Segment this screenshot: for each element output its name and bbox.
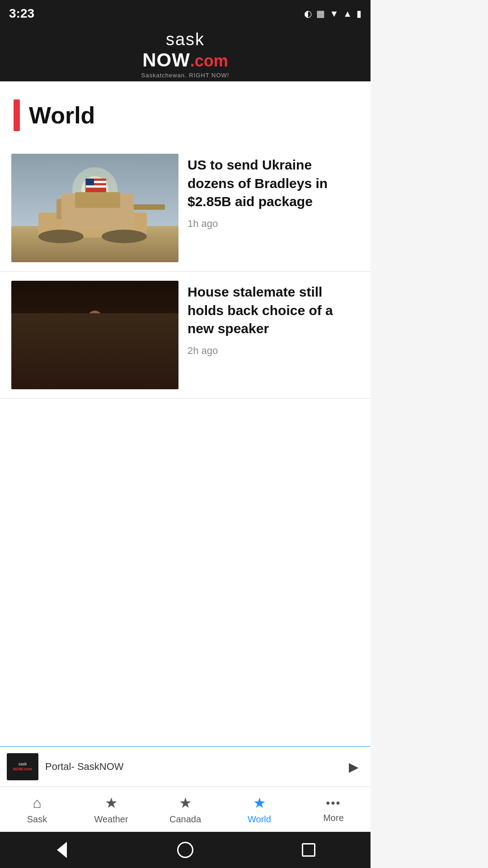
battery-icon: ▮ [357, 8, 361, 19]
svg-rect-26 [90, 336, 99, 352]
svg-point-32 [59, 312, 72, 329]
nav-item-sask[interactable]: ⌂ Sask [0, 787, 74, 832]
svg-point-19 [48, 338, 65, 358]
bottom-navigation: ⌂ Sask ★ Weather ★ Canada ★ World ••• Mo… [0, 787, 371, 832]
svg-rect-13 [86, 179, 94, 185]
svg-rect-15 [11, 281, 178, 389]
status-icons: ◐ ▦ ▼ ▲ ▮ [304, 8, 361, 19]
media-player: saskNOW.com Portal- SaskNOW ▶ [0, 746, 371, 787]
more-dots-icon: ••• [326, 796, 341, 810]
svg-rect-12 [86, 185, 106, 188]
nav-item-world[interactable]: ★ World [222, 787, 296, 832]
article-item[interactable]: House stalemate still holds back choice … [0, 272, 371, 399]
svg-point-34 [145, 313, 158, 330]
nav-item-more[interactable]: ••• More [296, 787, 371, 832]
logo-now: NOW [142, 49, 190, 71]
home-circle-icon [177, 842, 193, 858]
svg-point-21 [107, 337, 123, 357]
home-button[interactable] [174, 839, 197, 861]
svg-point-14 [80, 194, 87, 201]
status-time: 3:23 [9, 6, 34, 21]
svg-rect-16 [20, 353, 169, 362]
world-star-icon: ★ [253, 794, 266, 811]
section-title: World [29, 102, 95, 129]
logo-sask: sask [166, 30, 205, 49]
nav-label-sask: Sask [27, 814, 47, 825]
android-nav-bar [0, 832, 371, 868]
section-header: World [0, 81, 371, 145]
svg-point-18 [26, 336, 42, 356]
svg-point-24 [85, 318, 105, 343]
status-bar: 3:23 ◐ ▦ ▼ ▲ ▮ [0, 0, 371, 27]
wifi-icon: ▼ [329, 9, 338, 19]
article-image-1 [11, 154, 178, 262]
media-logo: saskNOW.com [7, 753, 38, 780]
svg-point-31 [39, 311, 52, 327]
svg-point-22 [130, 336, 146, 356]
media-play-button[interactable]: ▶ [343, 757, 364, 777]
article-time-1: 1h ago [188, 218, 359, 230]
article-content-1: US to send Ukraine dozens of Bradleys in… [188, 154, 359, 230]
svg-rect-17 [29, 344, 160, 352]
signal-icon: ▲ [343, 9, 352, 19]
article-title-2: House stalemate still holds back choice … [188, 283, 359, 338]
svg-point-8 [102, 230, 147, 243]
svg-rect-28 [70, 353, 93, 355]
nav-label-more: More [323, 813, 344, 823]
home-icon: ⌂ [33, 795, 41, 811]
svg-point-23 [152, 338, 169, 358]
nav-label-world: World [248, 814, 271, 825]
svg-rect-29 [99, 354, 117, 356]
article-item[interactable]: US to send Ukraine dozens of Bradleys in… [0, 145, 371, 272]
nav-label-weather: Weather [94, 814, 128, 825]
nav-item-canada[interactable]: ★ Canada [148, 787, 222, 832]
media-title: Portal- SaskNOW [45, 761, 337, 773]
notification-icon: ◐ [304, 8, 312, 19]
article-title-1: US to send Ukraine dozens of Bradleys in… [188, 156, 359, 211]
back-icon [57, 842, 67, 858]
svg-point-30 [19, 313, 31, 330]
recents-button[interactable] [297, 839, 320, 861]
page-content: World [0, 81, 371, 805]
svg-point-35 [165, 311, 178, 328]
app-logo: sask NOW.com Saskatchewan. RIGHT NOW! [141, 30, 230, 79]
svg-point-25 [88, 311, 102, 325]
svg-point-7 [38, 230, 84, 243]
back-button[interactable] [51, 839, 73, 861]
article-content-2: House stalemate still holds back choice … [188, 281, 359, 357]
logo-dot-com: .com [190, 52, 228, 70]
svg-point-33 [122, 312, 135, 328]
logo-tagline: Saskatchewan. RIGHT NOW! [141, 72, 230, 79]
section-accent [14, 99, 20, 131]
svg-rect-5 [56, 199, 129, 219]
weather-star-icon: ★ [105, 794, 118, 811]
article-image-2 [11, 281, 178, 389]
app-header: sask NOW.com Saskatchewan. RIGHT NOW! [0, 27, 371, 81]
recents-icon [302, 843, 315, 857]
media-logo-text: saskNOW.com [13, 762, 33, 772]
nav-label-canada: Canada [169, 814, 201, 825]
nav-item-weather[interactable]: ★ Weather [74, 787, 148, 832]
svg-rect-27 [86, 351, 104, 364]
article-time-2: 2h ago [188, 345, 359, 357]
sim-icon: ▦ [316, 8, 325, 19]
svg-rect-6 [115, 204, 165, 210]
svg-point-20 [71, 335, 87, 355]
canada-star-icon: ★ [179, 794, 192, 811]
